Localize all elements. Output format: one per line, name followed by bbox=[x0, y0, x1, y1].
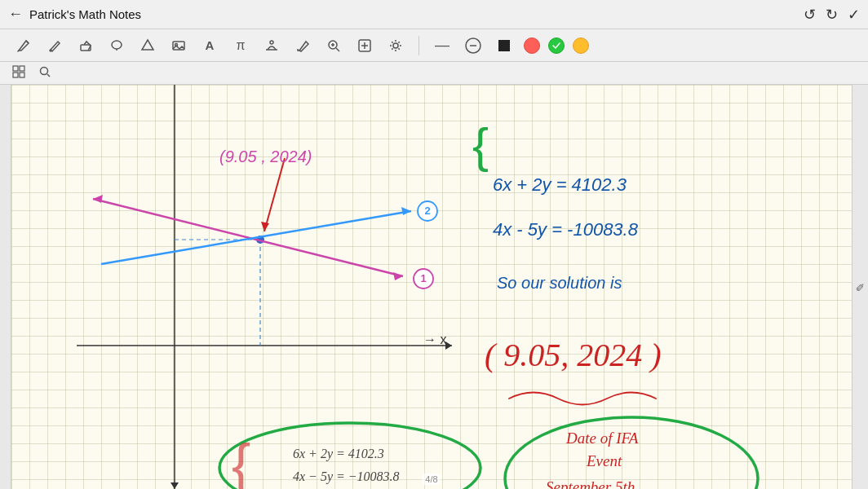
svg-marker-2 bbox=[142, 40, 153, 50]
sub-toolbar bbox=[0, 62, 868, 85]
svg-marker-18 bbox=[445, 341, 452, 350]
grid-view-button[interactable] bbox=[8, 64, 29, 82]
svg-text:2: 2 bbox=[424, 205, 430, 217]
svg-point-5 bbox=[270, 41, 273, 44]
search-button[interactable] bbox=[34, 64, 55, 82]
top-bar-left: ← Patrick's Math Notes bbox=[8, 6, 141, 23]
svg-point-44 bbox=[505, 417, 758, 489]
add-tool[interactable] bbox=[353, 34, 376, 57]
svg-rect-14 bbox=[20, 73, 24, 77]
svg-rect-12 bbox=[20, 66, 24, 71]
svg-point-15 bbox=[41, 68, 48, 75]
svg-point-28 bbox=[418, 201, 437, 221]
pencil-tool[interactable] bbox=[43, 34, 66, 57]
stamp-tool[interactable] bbox=[260, 34, 283, 57]
svg-text:1: 1 bbox=[420, 272, 426, 284]
left-sidebar bbox=[0, 85, 11, 489]
redo-button[interactable]: ↻ bbox=[826, 6, 838, 24]
svg-text:4x − 5y = −10083.8: 4x − 5y = −10083.8 bbox=[293, 469, 400, 484]
svg-line-32 bbox=[264, 158, 285, 231]
svg-text:6x + 2y = 4102.3: 6x + 2y = 4102.3 bbox=[293, 447, 384, 461]
toolbar-separator bbox=[418, 36, 419, 55]
svg-marker-25 bbox=[393, 272, 403, 280]
svg-point-8 bbox=[393, 43, 398, 48]
svg-text:4x - 5y = -10083.8: 4x - 5y = -10083.8 bbox=[493, 219, 639, 240]
svg-point-22 bbox=[256, 236, 264, 244]
page-title: Patrick's Math Notes bbox=[29, 7, 141, 21]
canvas[interactable]: 2 1 (9.05 , 2024) → x { 6x + 2y = 4102.3… bbox=[11, 85, 852, 489]
svg-text:(9.05 , 2024): (9.05 , 2024) bbox=[219, 148, 312, 165]
svg-text:( 9.05, 2024 ): ( 9.05, 2024 ) bbox=[485, 337, 662, 373]
canvas-area: 2 1 (9.05 , 2024) → x { 6x + 2y = 4102.3… bbox=[0, 85, 868, 489]
text-tool[interactable]: A bbox=[198, 34, 221, 57]
toolbar: A π — bbox=[0, 29, 868, 62]
top-bar: ← Patrick's Math Notes ↺ ↻ ✓ bbox=[0, 0, 868, 29]
svg-marker-33 bbox=[261, 222, 269, 231]
math-tool[interactable]: π bbox=[229, 34, 252, 57]
eraser-tool[interactable] bbox=[74, 34, 97, 57]
minus-button[interactable]: — bbox=[431, 34, 454, 57]
drawing-canvas: 2 1 (9.05 , 2024) → x { 6x + 2y = 4102.3… bbox=[11, 85, 852, 489]
svg-rect-13 bbox=[13, 73, 18, 77]
svg-point-1 bbox=[112, 41, 122, 49]
lasso-tool[interactable] bbox=[105, 34, 128, 57]
svg-marker-27 bbox=[401, 207, 411, 215]
svg-line-26 bbox=[101, 211, 411, 264]
svg-text:September 5th: September 5th bbox=[546, 478, 635, 489]
right-sidebar: ✏ bbox=[852, 85, 868, 489]
highlight-tool[interactable] bbox=[291, 34, 314, 57]
svg-text:→ x: → x bbox=[423, 333, 446, 346]
svg-text:{: { bbox=[472, 118, 489, 173]
black-square-button[interactable] bbox=[493, 34, 516, 57]
image-tool[interactable] bbox=[167, 34, 190, 57]
svg-text:So our solution is: So our solution is bbox=[497, 274, 622, 292]
yellow-color-button[interactable] bbox=[573, 37, 589, 54]
svg-text:Event: Event bbox=[586, 452, 622, 469]
svg-marker-19 bbox=[170, 482, 179, 489]
svg-text:6x + 2y = 4102.3: 6x + 2y = 4102.3 bbox=[493, 174, 627, 195]
top-bar-right: ↺ ↻ ✓ bbox=[804, 6, 860, 24]
svg-text:Date of IFA: Date of IFA bbox=[565, 430, 639, 447]
zoom-tool[interactable] bbox=[322, 34, 345, 57]
svg-marker-24 bbox=[93, 195, 103, 203]
circle-minus-button[interactable] bbox=[462, 34, 485, 57]
green-color-button[interactable] bbox=[548, 37, 565, 54]
svg-rect-10 bbox=[498, 40, 510, 51]
undo-button[interactable]: ↺ bbox=[804, 6, 816, 24]
svg-point-41 bbox=[219, 423, 480, 489]
sidebar-edit-icon[interactable]: ✏ bbox=[852, 279, 868, 295]
shape-tool[interactable] bbox=[136, 34, 159, 57]
svg-text:{: { bbox=[232, 433, 250, 489]
svg-point-30 bbox=[414, 269, 433, 289]
svg-rect-11 bbox=[13, 66, 18, 71]
pen-tool[interactable] bbox=[12, 34, 35, 57]
done-button[interactable]: ✓ bbox=[848, 6, 860, 24]
page-number: 4/8 bbox=[422, 474, 441, 485]
svg-line-23 bbox=[93, 199, 403, 276]
back-button[interactable]: ← bbox=[8, 6, 23, 23]
red-color-button[interactable] bbox=[524, 37, 540, 54]
settings-tool[interactable] bbox=[384, 34, 407, 57]
